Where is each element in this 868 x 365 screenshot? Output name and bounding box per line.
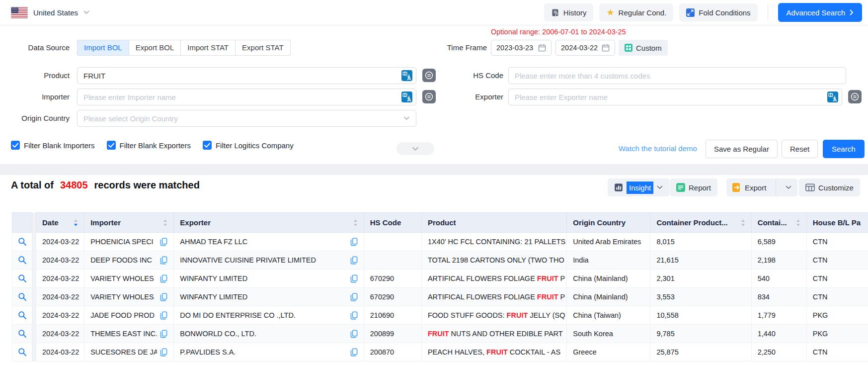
header-label: Contai... (758, 218, 787, 227)
row-search-icon[interactable] (18, 274, 27, 283)
custom-range-button[interactable]: Custom (619, 40, 668, 56)
row-search-icon[interactable] (18, 292, 27, 301)
sort-arrows-icon[interactable] (353, 219, 358, 227)
report-button[interactable]: Report (670, 179, 717, 196)
save-as-regular-button[interactable]: Save as Regular (706, 140, 778, 158)
header-cell-date[interactable]: Date (36, 213, 84, 233)
checkbox-filter-blank-importers[interactable]: Filter Blank Importers (11, 141, 95, 150)
copy-icon[interactable] (160, 256, 167, 265)
header-cell-importer[interactable]: Importer (84, 213, 174, 233)
customize-button[interactable]: Customize (799, 179, 860, 196)
copy-icon[interactable] (160, 330, 167, 338)
importer-name: VARIETY WHOLES (90, 293, 154, 301)
copy-icon[interactable] (350, 348, 358, 357)
sort-arrows-icon[interactable] (796, 219, 800, 227)
header-cell-container-product[interactable]: Container Product... (650, 213, 751, 233)
translate-icon[interactable]: A (401, 70, 412, 81)
cell-date: 2024-03-22 (36, 306, 84, 325)
copy-icon[interactable] (160, 311, 167, 320)
importer-input[interactable] (77, 89, 416, 105)
cell-container-product: 25,875 (650, 343, 751, 362)
header-cell-house-b-l-pa: House B/L Pa (806, 213, 868, 233)
copy-icon[interactable] (350, 330, 358, 338)
checkbox-filter-logitics-company[interactable]: Filter Logitics Company (203, 141, 294, 150)
row-search-icon[interactable] (18, 237, 27, 246)
insight-button[interactable]: Insight (608, 179, 669, 196)
origin-country-select[interactable]: Please select Origin Country (77, 110, 416, 127)
fold-conditions-button[interactable]: Fold Conditions (679, 3, 757, 21)
header-label: HS Code (370, 218, 401, 227)
header-cell-exporter[interactable]: Exporter (174, 213, 364, 233)
checkbox-filter-blank-exporters[interactable]: Filter Blank Exporters (107, 141, 191, 150)
sort-arrows-icon[interactable] (74, 219, 78, 227)
svg-text:A: A (407, 75, 411, 81)
copy-icon[interactable] (160, 238, 167, 246)
cell-hs-code (364, 251, 421, 270)
sort-arrows-icon[interactable] (741, 219, 745, 227)
country-selector[interactable]: United States (11, 7, 89, 18)
search-form: Optional range: 2006-07-01 to 2024-03-25… (0, 25, 868, 164)
export-dropdown-button[interactable] (780, 179, 797, 196)
divider (776, 179, 776, 196)
copy-icon[interactable] (160, 293, 167, 301)
exporter-input[interactable] (508, 89, 842, 105)
tab-import-bol[interactable]: Import BOL (77, 40, 129, 56)
cell-hs-code (364, 233, 421, 251)
copy-icon[interactable] (160, 348, 167, 357)
tutorial-demo-link[interactable]: Watch the tutorial demo (619, 144, 697, 153)
copy-icon[interactable] (160, 274, 167, 283)
cell-actions (12, 233, 32, 251)
tab-import-stat[interactable]: Import STAT (181, 40, 236, 56)
row-search-icon[interactable] (18, 256, 27, 265)
search-button[interactable]: Search (823, 140, 865, 158)
importer-label: Importer (0, 89, 70, 105)
hs-code-input[interactable] (508, 67, 846, 84)
advanced-search-button[interactable]: Advanced Search (778, 3, 862, 22)
row-search-icon[interactable] (18, 348, 27, 357)
regular-cond-button[interactable]: ★ Regular Cond. (599, 3, 673, 21)
chevron-down-icon (83, 10, 89, 14)
start-date-input[interactable]: 2023-03-23 (491, 40, 552, 56)
table-row: 2024-03-22JADE FOOD PRODDO MI DO ENTERPR… (12, 306, 868, 325)
results-section: A total of 34805 records were matched In… (0, 175, 868, 365)
match-mode-icon[interactable] (848, 90, 862, 105)
cell-date: 2024-03-22 (36, 270, 84, 288)
history-button[interactable]: History (544, 3, 594, 21)
header-cell-contai[interactable]: Contai... (751, 213, 806, 233)
copy-icon[interactable] (350, 293, 358, 301)
cell-importer: DEEP FOODS INC (84, 251, 174, 270)
importer-name: SUCESORES DE JA (90, 348, 157, 356)
reset-button[interactable]: Reset (782, 140, 818, 158)
cell-container: 540 (751, 270, 806, 288)
product-input[interactable] (77, 67, 416, 84)
report-label: Report (689, 183, 711, 192)
cell-container-product: 21,615 (650, 251, 751, 270)
copy-icon[interactable] (350, 256, 358, 265)
tab-export-bol[interactable]: Export BOL (129, 40, 181, 56)
results-table: DateImporterExporterHS CodeProductOrigin… (12, 212, 868, 362)
cell-exporter: P.PAVLIDES S.A. (174, 343, 364, 362)
cell-product: PEACH HALVES, FRUIT COCKTAIL - AS (421, 343, 566, 362)
cell-container-product: 8,015 (650, 233, 751, 251)
tab-export-stat[interactable]: Export STAT (236, 40, 291, 56)
sort-arrows-icon[interactable] (163, 219, 167, 227)
row-search-icon[interactable] (18, 329, 27, 338)
checkbox-label: Filter Blank Exporters (120, 141, 191, 150)
cell-actions (12, 306, 32, 325)
collapse-form-button[interactable] (396, 142, 434, 155)
table-row: 2024-03-22VARIETY WHOLESWINFANTY LIMITED… (12, 270, 868, 288)
copy-icon[interactable] (350, 311, 358, 320)
start-date-value: 2023-03-23 (496, 44, 533, 52)
translate-icon[interactable]: A (827, 91, 838, 102)
end-date-input[interactable]: 2024-03-22 (555, 40, 615, 56)
cell-container: 2,198 (751, 251, 806, 270)
frozen-divider (32, 288, 36, 306)
custom-grid-icon (625, 44, 632, 52)
translate-icon[interactable]: A (401, 91, 412, 102)
copy-icon[interactable] (350, 238, 358, 246)
row-search-icon[interactable] (18, 311, 27, 320)
advanced-search-label: Advanced Search (787, 8, 845, 17)
export-button[interactable]: Export (726, 179, 772, 196)
table-row: 2024-03-22VARIETY WHOLESWINFANTY LIMITED… (12, 288, 868, 306)
copy-icon[interactable] (350, 274, 358, 283)
